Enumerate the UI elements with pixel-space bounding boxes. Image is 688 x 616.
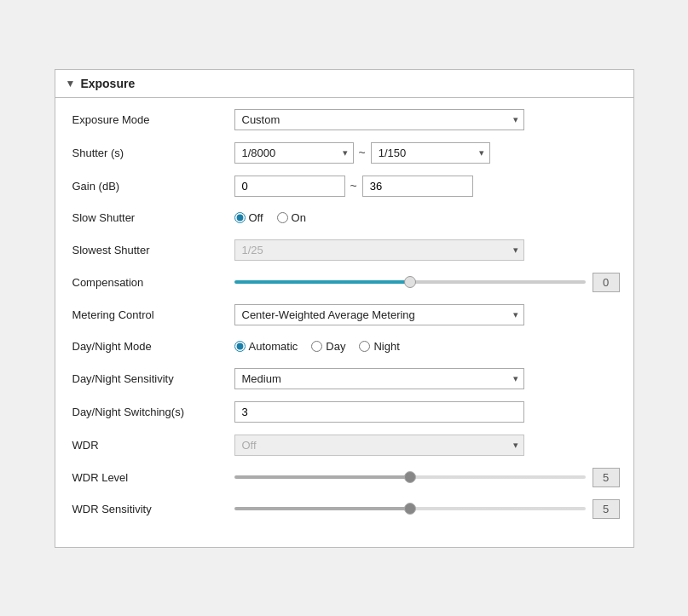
radio-label-on: On	[292, 211, 306, 224]
radio-item-on[interactable]: On	[277, 211, 306, 224]
label-metering-control: Metering Control	[72, 308, 234, 321]
control-shutter: 1/80001/40001/20001/10001/5001/2501/1501…	[234, 142, 620, 164]
select-wrapper-exposure-mode: CustomAutoManualIris PriorityShutter Pri…	[234, 109, 524, 130]
radio-on[interactable]	[277, 212, 288, 223]
control-gain: ~	[234, 176, 620, 197]
control-wdr-sensitivity: 5	[234, 499, 620, 519]
shutter-from-select[interactable]: 1/80001/40001/20001/10001/5001/2501/1501…	[234, 142, 354, 164]
shutter-range-group: 1/80001/40001/20001/10001/5001/2501/1501…	[234, 142, 490, 164]
select-slowest-shutter: 1/251/151/101/61/41/2	[234, 239, 524, 261]
label-gain: Gain (dB)	[72, 180, 234, 193]
control-exposure-mode: CustomAutoManualIris PriorityShutter Pri…	[234, 109, 620, 130]
text-input-day-night-switching[interactable]	[234, 401, 524, 423]
label-day-night-switching: Day/Night Switching(s)	[72, 406, 234, 418]
gain-min-input[interactable]	[234, 176, 345, 197]
radio-item-automatic[interactable]: Automatic	[234, 340, 298, 353]
control-metering-control: Center-Weighted Average MeteringSpot Met…	[234, 304, 620, 325]
row-compensation: Compensation0	[55, 267, 633, 298]
label-exposure-mode: Exposure Mode	[72, 113, 234, 126]
settings-rows: Exposure ModeCustomAutoManualIris Priori…	[55, 98, 633, 530]
label-wdr: WDR	[72, 439, 234, 452]
select-wrapper-metering-control: Center-Weighted Average MeteringSpot Met…	[234, 304, 524, 325]
label-compensation: Compensation	[72, 276, 234, 289]
row-wdr-sensitivity: WDR Sensitivity5	[55, 493, 633, 525]
slider-wdr-level	[234, 475, 586, 479]
select-day-night-sensitivity[interactable]: LowMediumHigh	[234, 368, 524, 389]
collapse-arrow-icon[interactable]: ▼	[66, 78, 76, 89]
label-slowest-shutter: Slowest Shutter	[72, 244, 234, 256]
slider-value-wdr-level: 5	[593, 468, 620, 487]
radio-off[interactable]	[234, 212, 246, 223]
shutter-to-select[interactable]: 1/80001/40001/20001/10001/5001/2501/1501…	[371, 142, 490, 164]
select-metering-control[interactable]: Center-Weighted Average MeteringSpot Met…	[234, 304, 524, 325]
row-day-night-mode: Day/Night ModeAutomaticDayNight	[55, 331, 633, 362]
select-wrapper-day-night-sensitivity: LowMediumHigh▾	[234, 368, 524, 389]
select-wrapper-slowest-shutter: 1/251/151/101/61/41/2▾	[234, 239, 524, 261]
slider-row-wdr-sensitivity: 5	[234, 499, 620, 519]
radio-label-off: Off	[249, 211, 263, 224]
radio-label-night: Night	[373, 340, 399, 353]
radio-item-night[interactable]: Night	[359, 340, 399, 353]
row-metering-control: Metering ControlCenter-Weighted Average …	[55, 298, 633, 331]
label-wdr-sensitivity: WDR Sensitivity	[72, 503, 234, 515]
control-wdr: OffOn▾	[234, 435, 620, 456]
row-slow-shutter: Slow ShutterOffOn	[55, 203, 633, 233]
control-slow-shutter: OffOn	[234, 211, 620, 224]
row-shutter: Shutter (s)1/80001/40001/20001/10001/500…	[55, 136, 633, 170]
slider-row-wdr-level: 5	[234, 468, 620, 487]
radio-group-slow-shutter: OffOn	[234, 211, 306, 224]
radio-label-day: Day	[326, 340, 345, 353]
control-day-night-switching	[234, 401, 620, 423]
select-wdr: OffOn	[234, 435, 524, 456]
gain-max-input[interactable]	[362, 176, 473, 197]
slider-row-compensation: 0	[234, 273, 620, 292]
row-slowest-shutter: Slowest Shutter1/251/151/101/61/41/2▾	[55, 233, 633, 267]
row-gain: Gain (dB)~	[55, 170, 633, 203]
slider-compensation[interactable]	[234, 280, 586, 284]
label-day-night-mode: Day/Night Mode	[72, 340, 234, 353]
panel-title: Exposure	[80, 77, 135, 90]
label-wdr-level: WDR Level	[72, 471, 234, 484]
range-separator: ~	[359, 146, 366, 159]
slider-value-wdr-sensitivity: 5	[593, 499, 620, 519]
label-day-night-sensitivity: Day/Night Sensitivity	[72, 372, 234, 385]
shutter-from-wrapper: 1/80001/40001/20001/10001/5001/2501/1501…	[234, 142, 354, 164]
radio-item-day[interactable]: Day	[311, 340, 345, 353]
radio-automatic[interactable]	[234, 341, 246, 352]
radio-day[interactable]	[311, 341, 322, 352]
exposure-panel: ▼ Exposure Exposure ModeCustomAutoManual…	[55, 69, 634, 548]
row-wdr: WDROffOn▾	[55, 429, 633, 462]
range-separator: ~	[350, 179, 357, 193]
shutter-to-wrapper: 1/80001/40001/20001/10001/5001/2501/1501…	[371, 142, 490, 164]
label-slow-shutter: Slow Shutter	[72, 211, 234, 224]
row-day-night-sensitivity: Day/Night SensitivityLowMediumHigh▾	[55, 362, 633, 395]
row-day-night-switching: Day/Night Switching(s)	[55, 395, 633, 429]
control-day-night-mode: AutomaticDayNight	[234, 340, 620, 353]
row-exposure-mode: Exposure ModeCustomAutoManualIris Priori…	[55, 103, 633, 136]
radio-item-off[interactable]: Off	[234, 211, 263, 224]
slider-value-compensation: 0	[593, 273, 620, 292]
radio-night[interactable]	[359, 341, 370, 352]
panel-header: ▼ Exposure	[55, 70, 633, 98]
label-shutter: Shutter (s)	[72, 147, 234, 159]
control-compensation: 0	[234, 273, 620, 292]
control-wdr-level: 5	[234, 468, 620, 487]
select-exposure-mode[interactable]: CustomAutoManualIris PriorityShutter Pri…	[234, 109, 524, 130]
radio-group-day-night-mode: AutomaticDayNight	[234, 340, 400, 353]
control-day-night-sensitivity: LowMediumHigh▾	[234, 368, 620, 389]
slider-wdr-sensitivity	[234, 507, 586, 510]
control-slowest-shutter: 1/251/151/101/61/41/2▾	[234, 239, 620, 261]
radio-label-automatic: Automatic	[249, 340, 298, 353]
select-wrapper-wdr: OffOn▾	[234, 435, 524, 456]
row-wdr-level: WDR Level5	[55, 462, 633, 493]
